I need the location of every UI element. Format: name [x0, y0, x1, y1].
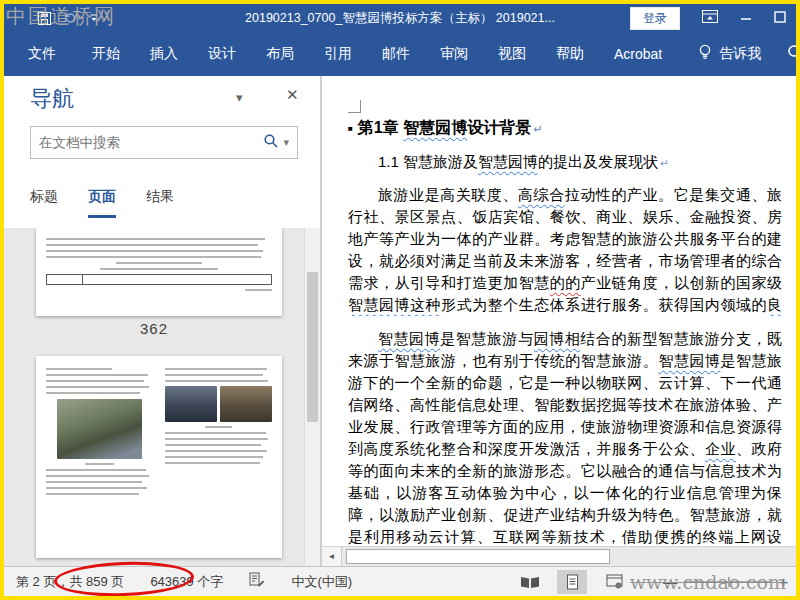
tell-me-label: 告诉我	[719, 45, 761, 63]
ribbon-tab-strip: 文件 开始 插入 设计 布局 引用 邮件 审阅 视图 帮助 Acrobat 告诉…	[4, 32, 796, 76]
window-title: 20190213_0700_智慧园博投标方案（主标） 2019021...	[245, 10, 555, 27]
close-icon[interactable]: ✕	[286, 86, 299, 104]
thumbnail-text-line	[46, 244, 258, 246]
tab-layout[interactable]: 布局	[264, 41, 296, 67]
outline-bullet: ■	[348, 117, 353, 141]
thumbnail-text-line	[46, 475, 149, 477]
thumbnail-text-line	[46, 481, 142, 483]
thumbnail-text-line	[116, 262, 202, 264]
thumbnail-text-line	[46, 380, 144, 382]
horizontal-scrollbar-thumb[interactable]	[346, 549, 610, 564]
nav-tab-headings[interactable]: 标题	[30, 188, 58, 218]
thumbnail-left-column	[46, 364, 153, 558]
tab-review[interactable]: 审阅	[438, 41, 470, 67]
thumbnail-text-line	[165, 444, 261, 446]
thumbnail-photo-caption	[205, 426, 233, 428]
thumbnail-page-number: 362	[4, 320, 304, 337]
body-paragraph-1: 旅游业是高关联度、高综合拉动性的产业。它是集交通、旅行社、景区景点、饭店宾馆、餐…	[348, 184, 782, 316]
thumbnail-photo-row	[165, 386, 272, 422]
thumbnail-text-line	[100, 268, 218, 270]
thumbnail-photo-aerial-2	[220, 386, 272, 422]
thumbnail-text-line	[165, 432, 266, 434]
lightbulb-icon	[698, 44, 712, 64]
thumbnail-text-line	[46, 493, 139, 495]
thumbnail-scrollbar[interactable]	[304, 228, 320, 566]
tab-references[interactable]: 引用	[322, 41, 354, 67]
title-bar-controls: 登录	[630, 4, 796, 32]
body-paragraph-2: 智慧园博是智慧旅游与园博相结合的新型智慧旅游分支，既来源于智慧旅游，也有别于传统…	[348, 328, 782, 548]
thumbnail-text-line	[46, 469, 146, 471]
page-thumbnails-panel: 362	[4, 228, 320, 566]
tab-acrobat[interactable]: Acrobat	[612, 42, 664, 66]
tab-view[interactable]: 视图	[496, 41, 528, 67]
document-area[interactable]: ■第1章 智慧园博设计背景↵ 1.1 智慧旅游及智慧园博的提出及发展现状↵ 旅游…	[322, 76, 796, 566]
proofing-icon[interactable]	[249, 572, 265, 591]
nav-tab-results[interactable]: 结果	[146, 188, 174, 218]
horizontal-scrollbar[interactable]: ◄	[322, 546, 796, 566]
main-area: 导航 ▾ ✕ ▾ 标题 页面 结果	[4, 76, 796, 566]
watermark-bottom-right: www.cndao.com	[630, 571, 786, 593]
pane-dropdown-icon[interactable]: ▾	[236, 90, 243, 105]
login-button[interactable]: 登录	[630, 7, 680, 30]
thumbnail-text-line	[46, 386, 149, 388]
thumbnail-right-column	[165, 364, 272, 558]
thumbnail-text-line	[165, 380, 268, 382]
document-search-box[interactable]: ▾	[30, 126, 298, 159]
word-window: 20190213_0700_智慧园博投标方案（主标） 2019021... 登录…	[0, 0, 800, 600]
nav-tab-pages[interactable]: 页面	[88, 188, 116, 218]
thumbnail-photo-industrial	[57, 399, 143, 459]
search-input[interactable]	[31, 135, 263, 150]
title-bar: 20190213_0700_智慧园博投标方案（主标） 2019021... 登录	[4, 4, 796, 32]
thumbnail-text-line	[46, 256, 261, 258]
thumbnail-photo-caption	[85, 463, 115, 465]
thumbnail-table-cell	[47, 275, 83, 284]
language-status[interactable]: 中文(中国)	[291, 573, 352, 591]
document-page: ■第1章 智慧园博设计背景↵ 1.1 智慧旅游及智慧园博的提出及发展现状↵ 旅游…	[348, 116, 782, 548]
thumbnail-text-line	[46, 392, 140, 394]
search-icon[interactable]	[787, 44, 800, 64]
maximize-button[interactable]	[774, 9, 786, 27]
watermark-top-left: 中国道桥网	[6, 3, 116, 30]
page-thumbnail-next[interactable]	[36, 356, 282, 558]
tab-file[interactable]: 文件	[26, 41, 58, 67]
thumbnail-text-line	[165, 368, 267, 370]
thumbnail-text-line	[165, 456, 263, 458]
chapter-heading-text: 第1章 智慧园博设计背景↵	[358, 119, 543, 136]
thumbnail-text-line	[46, 250, 263, 252]
thumbnail-text-line	[46, 487, 147, 489]
page-thumbnail-362[interactable]	[36, 228, 282, 316]
thumbnail-scrollbar-thumb[interactable]	[307, 272, 318, 422]
read-mode-button[interactable]	[515, 570, 545, 594]
thumbnail-photo-aerial-1	[165, 386, 217, 422]
navigation-pane: 导航 ▾ ✕ ▾ 标题 页面 结果	[4, 76, 322, 566]
thumbnail-text-line	[46, 238, 265, 240]
thumbnail-text-line	[165, 438, 268, 440]
search-icon[interactable]	[263, 133, 279, 153]
thumbnail-text-line	[46, 368, 112, 370]
chapter-heading: ■第1章 智慧园博设计背景↵	[348, 116, 782, 141]
tab-mailings[interactable]: 邮件	[380, 41, 412, 67]
scroll-left-arrow-icon[interactable]: ◄	[322, 547, 342, 566]
tab-design[interactable]: 设计	[206, 41, 238, 67]
tab-help[interactable]: 帮助	[554, 41, 586, 67]
tab-insert[interactable]: 插入	[148, 41, 180, 67]
margin-crop-mark	[348, 100, 361, 113]
print-layout-button[interactable]	[557, 570, 587, 594]
navigation-pane-title: 导航	[30, 84, 74, 114]
minimize-button[interactable]	[740, 9, 752, 27]
web-layout-button[interactable]	[599, 570, 629, 594]
tab-home[interactable]: 开始	[90, 41, 122, 67]
thumbnail-text-line	[46, 374, 148, 376]
thumbnail-text-line	[165, 450, 267, 452]
ribbon-display-options-icon[interactable]	[702, 9, 718, 27]
thumbnail-text-line	[165, 374, 263, 376]
thumbnail-text-line	[245, 289, 272, 291]
tell-me-control[interactable]: 告诉我	[698, 44, 761, 64]
search-dropdown-icon[interactable]: ▾	[279, 136, 297, 149]
navigation-tabs: 标题 页面 结果	[30, 188, 174, 218]
thumbnail-table	[46, 274, 272, 285]
thumbnail-text-line	[165, 462, 260, 464]
section-heading: 1.1 智慧旅游及智慧园博的提出及发展现状↵	[378, 151, 782, 174]
